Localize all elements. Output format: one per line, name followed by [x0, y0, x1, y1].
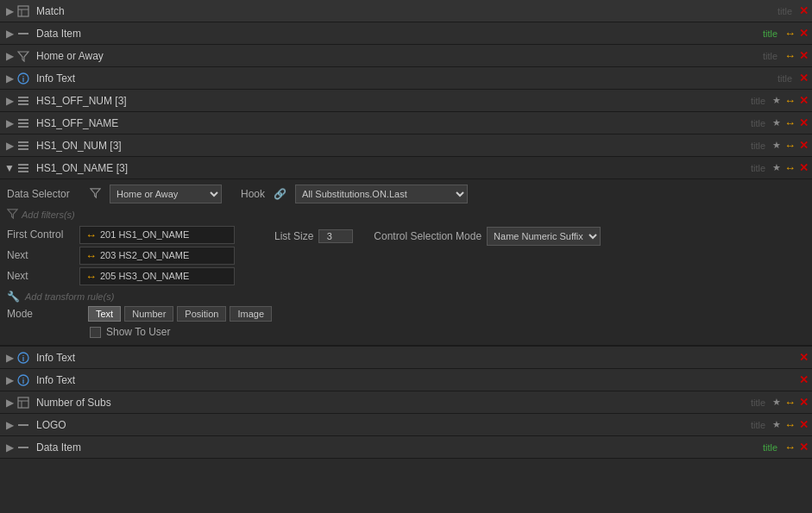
svg-rect-17 [18, 167, 28, 169]
mode-btn-position[interactable]: Position [177, 306, 226, 322]
next2-label: Next [7, 270, 76, 282]
controls-left-panel: First Control ↔ 201 HS1_ON_NAME Next ↔ 2… [7, 225, 266, 287]
arrow-data-item-b[interactable]: ▶ [3, 441, 16, 454]
arrow-data-item[interactable]: ▶ [3, 28, 16, 40]
arrow-info-top[interactable]: ▶ [3, 72, 16, 84]
num-subs-link[interactable]: ↔ [784, 396, 796, 409]
data-item-x[interactable]: ✕ [799, 27, 809, 40]
data-item-b-x[interactable]: ✕ [799, 441, 809, 454]
svg-rect-15 [18, 148, 28, 150]
first-control-label: First Control [7, 228, 76, 241]
row-logo: ▶ LOGO title ★ ↔ ✕ [0, 414, 812, 436]
hook-dropdown[interactable]: All Substitutions.ON.Last All Substituti… [295, 185, 468, 203]
add-transform-label[interactable]: Add transform rule(s) [25, 291, 114, 302]
mode-btn-image[interactable]: Image [230, 306, 272, 322]
arrow-hs1-off-name[interactable]: ▶ [3, 117, 16, 129]
info-icon-top: i [16, 71, 31, 86]
svg-rect-9 [18, 103, 28, 105]
row-match: ▶ Match title ✕ [0, 0, 812, 22]
csm-dropdown[interactable]: Name Numeric Suffix Sequential Random [487, 227, 601, 246]
svg-rect-29 [18, 447, 28, 448]
mode-label: Mode [7, 308, 85, 320]
first-control-link: ↔ [85, 228, 97, 241]
svg-marker-4 [18, 52, 28, 61]
hs1-on-name-star[interactable]: ★ [772, 162, 781, 173]
row-info-b2: ▶ i Info Text ✕ [0, 369, 812, 391]
arrow-match[interactable]: ▶ [3, 5, 16, 17]
arrow-hs1-on-name[interactable]: ▼ [3, 162, 16, 174]
hs1-off-num-x[interactable]: ✕ [799, 94, 809, 107]
hs1-off-name-label: HS1_OFF_NAME [33, 117, 751, 129]
hs1-on-name-x[interactable]: ✕ [799, 161, 809, 174]
filter-icon-add [7, 208, 18, 222]
match-label: Match [33, 5, 777, 17]
next2-link: ↔ [85, 270, 97, 283]
logo-x[interactable]: ✕ [799, 418, 809, 431]
hs1-on-num-x[interactable]: ✕ [799, 139, 809, 152]
mode-btn-text[interactable]: Text [88, 306, 121, 322]
home-away-link[interactable]: ↔ [784, 49, 796, 62]
next2-value[interactable]: ↔ 205 HS3_ON_NAME [79, 267, 235, 285]
arrow-logo[interactable]: ▶ [3, 419, 16, 431]
list-size-row: List Size Control Selection Mode Name Nu… [274, 227, 601, 246]
row-hs1-on-name: ▼ HS1_ON_NAME [3] title ★ ↔ ✕ [0, 157, 812, 179]
list-icon-4 [16, 160, 31, 176]
add-filters-label[interactable]: Add filters(s) [22, 210, 75, 220]
hs1-off-name-x[interactable]: ✕ [799, 116, 809, 129]
logo-star[interactable]: ★ [772, 419, 781, 430]
match-x[interactable]: ✕ [799, 4, 809, 17]
num-subs-star[interactable]: ★ [772, 397, 781, 408]
num-subs-right: title ★ ↔ ✕ [751, 396, 809, 409]
arrow-info-b2[interactable]: ▶ [3, 374, 16, 386]
hs1-on-num-star[interactable]: ★ [772, 140, 781, 151]
logo-link[interactable]: ↔ [784, 418, 796, 431]
arrow-hs1-on-num[interactable]: ▶ [3, 140, 16, 152]
data-item-label: Data Item [33, 28, 763, 40]
hs1-off-name-star[interactable]: ★ [772, 117, 781, 128]
hs1-on-name-link[interactable]: ↔ [784, 161, 796, 174]
num-subs-label: Number of Subs [33, 397, 751, 409]
hs1-off-num-link[interactable]: ↔ [784, 94, 796, 107]
first-control-value[interactable]: ↔ 201 HS1_ON_NAME [79, 226, 235, 244]
hs1-off-num-star[interactable]: ★ [772, 95, 781, 106]
row-hs1-on-num: ▶ HS1_ON_NUM [3] title ★ ↔ ✕ [0, 135, 812, 157]
info-icon-b1: i [16, 350, 31, 366]
list-size-input[interactable] [318, 229, 353, 243]
svg-rect-13 [18, 141, 28, 143]
hs1-off-name-link[interactable]: ↔ [784, 116, 796, 129]
arrow-hs1-off-num[interactable]: ▶ [3, 95, 16, 107]
row-num-subs: ▶ Number of Subs title ★ ↔ ✕ [0, 391, 812, 414]
svg-rect-16 [18, 164, 28, 166]
num-subs-title: title [751, 397, 765, 408]
list-size-label: List Size [274, 230, 313, 242]
transform-row: 🔧 Add transform rule(s) [7, 291, 805, 303]
num-subs-x[interactable]: ✕ [799, 396, 809, 409]
table-icon [16, 3, 31, 19]
info-b1-x[interactable]: ✕ [799, 351, 809, 364]
filter-icon-selector [90, 187, 101, 201]
row-data-item-b: ▶ Data Item title ↔ ✕ [0, 436, 812, 459]
home-away-x[interactable]: ✕ [799, 49, 809, 62]
mode-btn-number[interactable]: Number [124, 306, 173, 322]
svg-rect-7 [18, 97, 28, 98]
csm-label: Control Selection Mode [374, 230, 482, 242]
next1-value[interactable]: ↔ 203 HS2_ON_NAME [79, 247, 235, 265]
hs1-on-num-link[interactable]: ↔ [784, 139, 796, 152]
data-item-link[interactable]: ↔ [784, 27, 796, 40]
svg-rect-3 [18, 33, 28, 34]
home-away-title: title [763, 51, 777, 61]
svg-rect-0 [18, 6, 28, 16]
arrow-info-b1[interactable]: ▶ [3, 352, 16, 364]
list-icon-3 [16, 138, 31, 153]
data-item-b-link[interactable]: ↔ [784, 441, 796, 454]
wrench-icon: 🔧 [7, 291, 20, 303]
next1-item: Next ↔ 203 HS2_ON_NAME [7, 246, 257, 265]
info-b2-x[interactable]: ✕ [799, 373, 809, 386]
arrow-home-away[interactable]: ▶ [3, 50, 16, 62]
info-top-x[interactable]: ✕ [799, 72, 809, 84]
next2-item: Next ↔ 205 HS3_ON_NAME [7, 266, 257, 285]
show-to-user-checkbox[interactable] [90, 327, 101, 338]
data-selector-dropdown[interactable]: Home or Away Home Away [110, 185, 222, 203]
next1-text: 203 HS2_ON_NAME [100, 250, 189, 260]
arrow-num-subs[interactable]: ▶ [3, 397, 16, 409]
